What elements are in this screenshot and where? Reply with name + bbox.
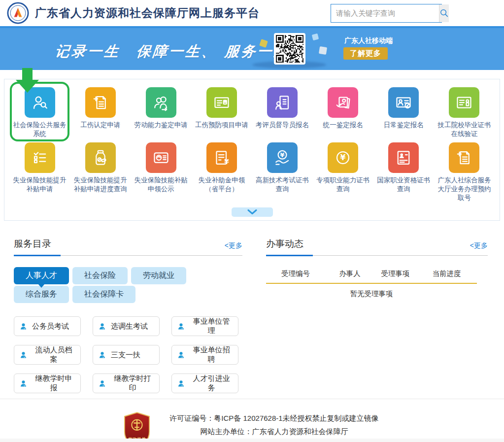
service-tile[interactable]: 考评员督导员报名 xyxy=(252,87,313,140)
person-icon xyxy=(19,351,28,359)
photo-check-icon xyxy=(328,87,358,118)
footer: 党政机关 许可证编号：粤ICP备 12027628-1未经授权禁止复制或建立镜像… xyxy=(0,399,504,442)
work-status-section: 办事动态 <更多 受理编号办事人受理事项当前进度 暂无受理事项 xyxy=(266,238,488,393)
section-rule xyxy=(266,255,488,256)
person-icon xyxy=(98,351,106,359)
catalog-item-label: 继教学时打印 xyxy=(111,374,154,393)
service-tile-label: 技工院校毕业证书在线验证 xyxy=(434,121,495,138)
footer-text: 许可证编号：粤ICP备 12027628-1未经授权禁止复制或建立镜像 网站主办… xyxy=(167,411,381,442)
catalog-item-button[interactable]: 公务员考试 xyxy=(14,316,81,336)
person-icon xyxy=(177,351,185,359)
catalog-item-button[interactable]: 事业单位招聘 xyxy=(171,345,238,365)
service-tile-label: 国家职业资格证书查询 xyxy=(373,176,434,194)
service-tile-panel: 社会保险公共服务系统 工伤认定申请 劳动能力鉴定申请 工伤预防项目申请 考评员督… xyxy=(4,79,500,221)
catalog-tabs: 人事人才社会保险劳动就业综合服务社会保障卡 xyxy=(14,267,221,303)
service-tile[interactable]: 社会保险公共服务系统 xyxy=(9,87,70,140)
service-tile-label: 失业补助金申领（省平台） xyxy=(191,176,252,194)
tiles-row-2: 失业保险技能提升补贴申请 失业保险技能提升补贴申请进度查询 失业保险技能补贴申领… xyxy=(9,142,495,204)
service-tile-label: 专项职业能力证书查询 xyxy=(313,176,373,194)
status-column-header: 办事人 xyxy=(325,269,374,278)
section-title-catalog: 服务目录 xyxy=(14,238,51,255)
service-catalog-section: 服务目录 <更多 人事人才社会保险劳动就业综合服务社会保障卡 公务员考试 选调生… xyxy=(14,238,242,393)
service-tile-label: 考评员督导员报名 xyxy=(254,121,311,130)
catalog-item-button[interactable]: 人才引进业务 xyxy=(171,374,238,393)
catalog-item-button[interactable]: 事业单位管理 xyxy=(171,316,238,336)
service-tile-label: 社会保险公共服务系统 xyxy=(9,121,70,138)
tab-2[interactable]: 社会保险 xyxy=(72,267,128,284)
learn-more-button[interactable]: 了解更多 xyxy=(343,47,388,60)
catalog-item-button[interactable]: 选调生考试 xyxy=(93,316,160,336)
tiles-row-1: 社会保险公共服务系统 工伤认定申请 劳动能力鉴定申请 工伤预防项目申请 考评员督… xyxy=(9,87,495,140)
search-input[interactable] xyxy=(331,4,439,22)
service-tile[interactable]: 工伤认定申请 xyxy=(70,87,131,140)
service-tile[interactable]: 技工院校毕业证书在线验证 xyxy=(434,87,495,140)
catalog-items-grid: 公务员考试 选调生考试 事业单位管理 流动人员档案 三支一扶 事业单位招聘 继教… xyxy=(14,316,242,393)
id-card-icon xyxy=(206,87,237,118)
section-title-status: 办事动态 xyxy=(266,238,303,255)
service-tile[interactable]: 专项职业能力证书查询 xyxy=(313,142,373,204)
service-tile-label: 失业保险技能补贴申领公示 xyxy=(131,176,191,194)
service-tile[interactable]: 国家职业资格证书查询 xyxy=(373,142,434,204)
yen-circle-icon xyxy=(328,142,358,173)
service-tile-label: 失业保险技能提升补贴申请进度查询 xyxy=(70,176,131,194)
party-government-badge[interactable]: 党政机关 xyxy=(123,411,151,442)
service-tile-label: 统一鉴定报名 xyxy=(321,121,365,130)
catalog-item-button[interactable]: 继教学时申报 xyxy=(14,374,81,393)
footer-sponsor-line: 网站主办单位：广东省人力资源和社会保障厅 xyxy=(167,425,381,438)
site-logo[interactable] xyxy=(7,2,29,24)
tab-3[interactable]: 劳动就业 xyxy=(131,267,186,284)
content-columns: 服务目录 <更多 人事人才社会保险劳动就业综合服务社会保障卡 公务员考试 选调生… xyxy=(0,238,504,393)
service-tile[interactable]: 失业保险技能补贴申领公示 xyxy=(131,142,191,204)
service-tile[interactable]: 失业补助金申领（省平台） xyxy=(191,142,252,204)
decor-icon xyxy=(319,46,327,55)
gold-divider xyxy=(266,283,477,284)
search-button[interactable] xyxy=(439,4,449,22)
catalog-item-button[interactable]: 三支一扶 xyxy=(93,345,160,365)
service-tile[interactable]: 工伤预防项目申请 xyxy=(191,87,252,140)
highlight-arrow xyxy=(16,68,39,93)
header: 广东省人力资源和社会保障厅网上服务平台 xyxy=(0,0,504,28)
person-icon xyxy=(19,322,28,331)
service-tile[interactable]: 劳动能力鉴定申请 xyxy=(131,87,191,140)
service-tile-label: 日常鉴定报名 xyxy=(382,121,426,130)
catalog-more-link[interactable]: <更多 xyxy=(225,241,242,255)
bottle-icon xyxy=(85,142,116,173)
service-tile[interactable]: 高新技术考试证书查询 xyxy=(252,142,313,204)
catalog-item-label: 人才引进业务 xyxy=(190,374,233,393)
expand-panel-button[interactable] xyxy=(232,207,273,217)
status-more-link[interactable]: <更多 xyxy=(470,241,488,255)
section-rule xyxy=(14,255,242,256)
catalog-item-label: 事业单位管理 xyxy=(190,317,233,336)
checklist-icon xyxy=(25,142,55,173)
tab-1[interactable]: 人事人才 xyxy=(14,267,69,284)
catalog-item-label: 继教学时申报 xyxy=(32,374,75,393)
tab-5[interactable]: 社会保障卡 xyxy=(72,286,135,303)
service-tile-label: 工伤预防项目申请 xyxy=(193,121,250,130)
service-tile-label: 广东人社综合服务大厅业务办理预约取号 xyxy=(434,176,495,203)
tab-4[interactable]: 综合服务 xyxy=(14,286,69,303)
service-tile-label: 劳动能力鉴定申请 xyxy=(133,121,190,130)
doc-plus-icon xyxy=(449,142,479,173)
social-card-icon xyxy=(146,142,176,173)
person-icon xyxy=(177,379,185,388)
service-tile[interactable]: 失业保险技能提升补贴申请 xyxy=(9,142,70,204)
status-table-header: 受理编号办事人受理事项当前进度 xyxy=(266,269,488,278)
chevron-down-icon xyxy=(247,209,258,215)
service-tile[interactable]: 日常鉴定报名 xyxy=(373,87,434,140)
footer-license-line: 许可证编号：粤ICP备 12027628-1未经授权禁止复制或建立镜像 xyxy=(167,411,381,425)
service-tile-label: 高新技术考试证书查询 xyxy=(252,176,313,194)
service-tile-label: 失业保险技能提升补贴申请 xyxy=(9,176,70,194)
catalog-item-button[interactable]: 流动人员档案 xyxy=(14,345,81,365)
person-icon xyxy=(98,322,106,331)
card-pen-icon xyxy=(388,87,419,118)
doc-plus-icon xyxy=(85,87,116,118)
status-column-header: 受理事项 xyxy=(374,269,416,278)
banner-slogan: 记录一生 保障一生、 服务一生 xyxy=(54,42,291,62)
service-tile[interactable]: 失业保险技能提升补贴申请进度查询 xyxy=(70,142,131,204)
service-tile-label: 工伤认定申请 xyxy=(78,121,122,130)
catalog-item-button[interactable]: 继教学时打印 xyxy=(93,374,160,393)
service-tile[interactable]: 统一鉴定报名 xyxy=(313,87,373,140)
service-tile[interactable]: 广东人社综合服务大厅业务办理预约取号 xyxy=(434,142,495,204)
catalog-item-label: 选调生考试 xyxy=(111,322,148,331)
status-table: 受理编号办事人受理事项当前进度 暂无受理事项 xyxy=(266,269,488,299)
